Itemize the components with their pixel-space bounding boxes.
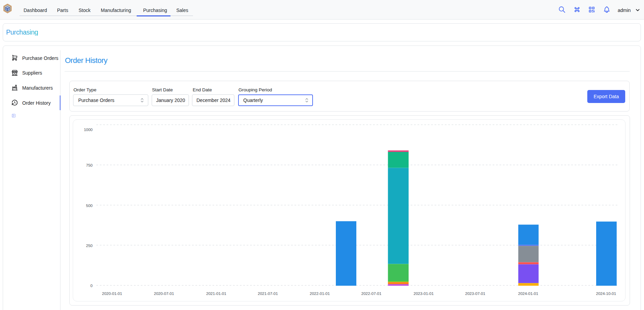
svg-text:2020-01-01: 2020-01-01: [102, 292, 122, 296]
svg-text:250: 250: [86, 243, 93, 247]
svg-text:500: 500: [86, 203, 93, 207]
svg-text:2024-10-01: 2024-10-01: [596, 292, 616, 296]
svg-text:2022-01-01: 2022-01-01: [310, 292, 330, 296]
svg-text:2021-07-01: 2021-07-01: [258, 292, 278, 296]
svg-text:2024-01-01: 2024-01-01: [518, 292, 538, 296]
svg-text:2022-07-01: 2022-07-01: [361, 292, 382, 296]
svg-text:2023-01-01: 2023-01-01: [414, 292, 434, 296]
svg-text:750: 750: [86, 163, 93, 167]
svg-text:2023-07-01: 2023-07-01: [465, 292, 485, 296]
svg-text:2021-01-01: 2021-01-01: [206, 292, 227, 296]
svg-text:2020-07-01: 2020-07-01: [154, 292, 174, 296]
svg-text:1000: 1000: [84, 128, 93, 132]
svg-text:0: 0: [91, 283, 93, 287]
